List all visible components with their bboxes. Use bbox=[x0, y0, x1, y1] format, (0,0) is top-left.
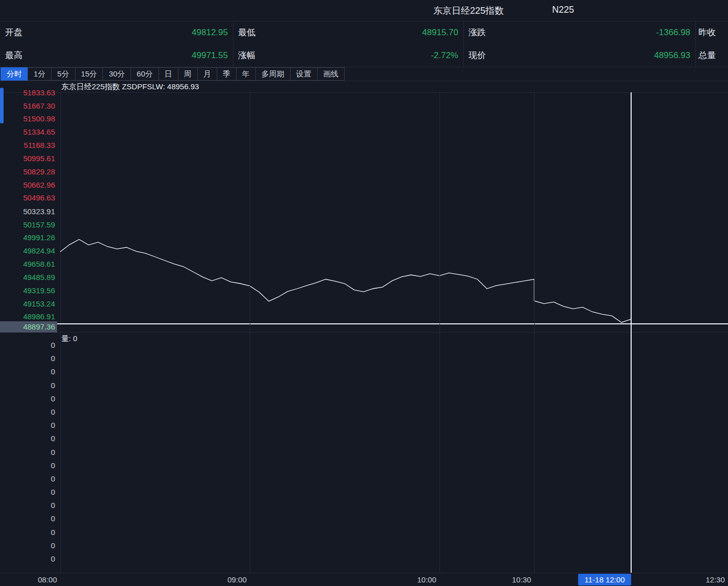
y-axis-tick: 49991.26 bbox=[0, 233, 55, 242]
volume-axis-tick: 0 bbox=[0, 367, 55, 376]
volume-axis-tick: 0 bbox=[0, 501, 55, 510]
y-axis-tick: 50662.96 bbox=[0, 181, 55, 190]
quote-cell-volume: 总量 bbox=[695, 44, 728, 67]
low-value: 48915.70 bbox=[422, 28, 458, 38]
last-value: 48956.93 bbox=[654, 50, 690, 61]
volume-axis-tick: 0 bbox=[0, 528, 55, 537]
period-tab-3[interactable]: 15分 bbox=[75, 67, 103, 81]
quote-cell-high: 最高 49971.55 bbox=[0, 44, 233, 67]
y-axis-tick: 51833.63 bbox=[0, 88, 55, 97]
y-axis-tick: 51667.30 bbox=[0, 101, 55, 111]
period-tab-12[interactable]: 设置 bbox=[290, 67, 318, 81]
plot-top-border bbox=[0, 92, 728, 93]
period-tab-13[interactable]: 画线 bbox=[317, 67, 345, 81]
open-label: 开盘 bbox=[5, 27, 22, 38]
low-label: 最低 bbox=[238, 27, 255, 38]
volume-axis-tick: 0 bbox=[0, 421, 55, 430]
price-line bbox=[60, 239, 631, 322]
y-axis-tick: 51500.98 bbox=[0, 114, 55, 123]
volume-axis-tick: 0 bbox=[0, 394, 55, 403]
period-tab-5[interactable]: 60分 bbox=[131, 67, 159, 81]
change-pct-value: -2.72% bbox=[431, 50, 458, 61]
gridline bbox=[534, 92, 535, 573]
volume-axis-tick: 0 bbox=[0, 341, 55, 350]
volume-axis-tick: 0 bbox=[0, 354, 55, 363]
volume-axis-tick: 0 bbox=[0, 434, 55, 443]
period-tab-1[interactable]: 1分 bbox=[28, 67, 51, 81]
volume-axis-tick: 0 bbox=[0, 461, 55, 470]
last-label: 现价 bbox=[469, 49, 486, 61]
period-tabs: 分时1分5分15分30分60分日周月季年多周期设置画线 bbox=[0, 67, 728, 81]
volume-axis-tick: 0 bbox=[0, 554, 55, 564]
high-label: 最高 bbox=[5, 49, 22, 61]
quote-cell-open: 开盘 49812.95 bbox=[0, 21, 233, 44]
quote-cell-change-pct: 涨幅 -2.72% bbox=[233, 44, 463, 67]
trading-app-window: 东京日经225指数 N225 开盘 49812.95 最高 49971.55 最… bbox=[0, 0, 728, 586]
y-axis-tick: 51334.65 bbox=[0, 128, 55, 137]
volume-axis-tick: 0 bbox=[0, 474, 55, 483]
period-tab-0[interactable]: 分时 bbox=[1, 67, 28, 81]
period-tab-4[interactable]: 30分 bbox=[102, 67, 131, 81]
period-tab-6[interactable]: 日 bbox=[159, 67, 178, 81]
period-tab-9[interactable]: 季 bbox=[217, 67, 237, 81]
instrument-title: 东京日经225指数 bbox=[433, 5, 504, 17]
y-axis-tick: 51168.33 bbox=[0, 141, 55, 150]
x-axis-tick: 10:30 bbox=[510, 575, 533, 584]
title-bar: 东京日经225指数 N225 bbox=[0, 0, 728, 21]
y-axis-tick: 50157.59 bbox=[0, 220, 55, 230]
volume-axis-tick: 0 bbox=[0, 488, 55, 497]
quote-cell-change: 涨跌 -1366.98 bbox=[463, 21, 695, 44]
y-axis-tick: 50995.61 bbox=[0, 154, 55, 163]
period-tab-8[interactable]: 月 bbox=[197, 67, 217, 81]
y-axis-tick: 50323.91 bbox=[0, 207, 55, 216]
gridline bbox=[439, 92, 440, 573]
volume-axis-tick: 0 bbox=[0, 514, 55, 523]
quote-col-2: 最低 48915.70 涨幅 -2.72% bbox=[233, 21, 464, 67]
quote-cell-last: 现价 48956.93 bbox=[463, 44, 695, 67]
x-axis-tick: 08:00 bbox=[36, 575, 59, 584]
open-value: 49812.95 bbox=[192, 28, 228, 38]
period-tab-7[interactable]: 周 bbox=[178, 67, 198, 81]
quote-col-1: 开盘 49812.95 最高 49971.55 bbox=[0, 21, 233, 67]
volume-axis-tick: 0 bbox=[0, 381, 55, 390]
y-axis-tick: 49319.56 bbox=[0, 286, 55, 295]
prev-close-label: 昨收 bbox=[698, 27, 716, 38]
volume-label: 量: 0 bbox=[61, 334, 77, 344]
crosshair-horizontal-line bbox=[57, 323, 728, 324]
chart-legend: 东京日经225指数 ZSDPFSLW: 48956.93 bbox=[61, 82, 199, 92]
crosshair-vertical-line bbox=[631, 92, 632, 573]
y-axis-tick: 50829.28 bbox=[0, 167, 55, 176]
pane-separator bbox=[0, 332, 728, 333]
x-axis-tick: 09:00 bbox=[225, 575, 249, 584]
y-axis-tick: 49658.61 bbox=[0, 260, 55, 269]
axis-left-border bbox=[60, 92, 61, 573]
change-value: -1366.98 bbox=[656, 28, 690, 38]
y-axis-tick: 48986.91 bbox=[0, 312, 55, 321]
volume-axis-tick: 0 bbox=[0, 407, 55, 417]
period-tab-11[interactable]: 多周期 bbox=[255, 67, 291, 81]
crosshair-price-axis-label: 48897.36 bbox=[0, 321, 57, 333]
period-tab-2[interactable]: 5分 bbox=[51, 67, 75, 81]
x-axis-tick: 10:00 bbox=[415, 575, 438, 584]
change-label: 涨跌 bbox=[469, 27, 486, 38]
volume-axis-tick: 0 bbox=[0, 448, 55, 457]
x-axis-tick: 12:30 bbox=[704, 575, 727, 584]
change-pct-label: 涨幅 bbox=[238, 49, 255, 61]
x-axis-tick: 11-18 12:00 bbox=[578, 574, 631, 585]
y-axis-tick: 49824.94 bbox=[0, 246, 55, 256]
quote-cell-low: 最低 48915.70 bbox=[233, 21, 463, 44]
y-axis-tick: 50496.63 bbox=[0, 193, 55, 202]
y-axis-tick: 49153.24 bbox=[0, 299, 55, 309]
instrument-symbol: N225 bbox=[552, 5, 574, 15]
quote-col-3: 涨跌 -1366.98 现价 48956.93 bbox=[463, 21, 696, 67]
gridline bbox=[250, 92, 250, 573]
y-axis-tick: 49485.89 bbox=[0, 273, 55, 282]
quote-col-4: 昨收 总量 bbox=[695, 21, 728, 67]
total-volume-label: 总量 bbox=[698, 49, 716, 61]
period-tab-10[interactable]: 年 bbox=[236, 67, 256, 81]
volume-axis-tick: 0 bbox=[0, 541, 55, 550]
quote-cell-prev-close: 昨收 bbox=[695, 21, 728, 44]
high-value: 49971.55 bbox=[192, 50, 228, 61]
